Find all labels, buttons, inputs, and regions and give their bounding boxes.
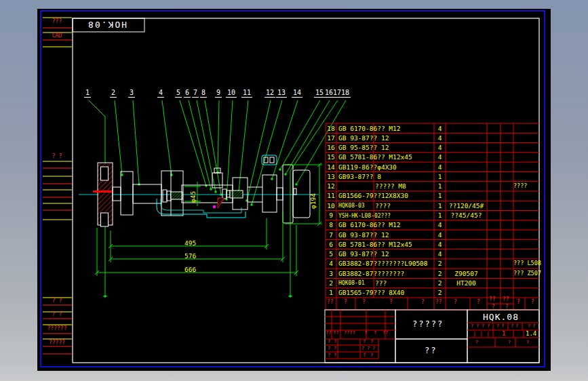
title-block-sub-title: ??: [425, 346, 437, 355]
part-callout-number: 4: [157, 89, 164, 98]
title-block-main-title: ?????: [412, 320, 444, 328]
cad-viewer-canvas: HOK.08 HQK.08 ????? ?? 1 1.4 ???CAD? ?? …: [0, 0, 588, 381]
bom-header-cell: ?: [505, 304, 509, 310]
revision-strip-label: ? ?: [42, 312, 72, 317]
title-block-cell: ??: [326, 331, 331, 336]
dimension-text: 576: [184, 253, 196, 260]
title-block-scale: 1.4: [526, 331, 536, 337]
bom-row-code: GB 5781-86?? M12x45: [338, 241, 412, 248]
bom-row-code: GB 95-85?? 12: [338, 144, 389, 151]
bom-row-no: 9: [326, 212, 336, 219]
bom-row-code: GB 93-87?? 12: [338, 251, 389, 258]
title-block-cell: ?: [363, 340, 366, 344]
drawing-sheet-graphics: [0, 0, 588, 381]
title-block-cell: ?: [508, 340, 511, 345]
title-block-cell: ?: [367, 346, 370, 351]
title-block-cell: ????: [344, 331, 355, 336]
title-block-cell: ?: [526, 340, 529, 345]
bom-row-qty: 4: [434, 125, 446, 132]
top-box-label: HOK.08: [87, 20, 127, 29]
bom-row-no: 17: [326, 135, 336, 142]
part-callout-number: 9: [215, 89, 222, 98]
diameter-dimension-text: φ194: [310, 193, 317, 209]
bom-row-material: HT200: [446, 280, 487, 287]
title-block-cell: ?: [363, 353, 366, 358]
part-callout-number: 5: [175, 89, 182, 98]
bom-row-code: YSH-HK-L08-02???: [338, 214, 391, 219]
revision-strip-label: ? ?: [42, 298, 72, 304]
bom-row-qty: 1: [434, 212, 446, 219]
bom-row-qty: 4: [434, 241, 446, 248]
bom-header-cell: ?: [389, 300, 393, 305]
part-callout-number: 11: [241, 89, 252, 98]
bom-header-cell: ??: [489, 297, 496, 302]
bom-header-cell: ?: [421, 300, 425, 305]
bom-header-cell: ?: [517, 300, 520, 305]
revision-strip-label: ???: [42, 19, 72, 24]
dimension-text: 666: [184, 266, 196, 273]
bom-row-name: ???: [375, 280, 387, 287]
bom-row-code: GB 6170-86?? M12: [338, 125, 401, 132]
title-block-cell: ?: [501, 324, 504, 329]
bom-row-qty: 4: [434, 251, 446, 258]
title-block-cell: ?: [515, 324, 518, 329]
bom-row-qty: 2: [434, 280, 446, 287]
bom-row-no: 14: [326, 164, 336, 171]
title-block-cell: ?: [487, 324, 490, 329]
bom-row-qty: 4: [434, 154, 446, 161]
title-block-cell: ?: [361, 346, 364, 351]
bom-row-no: 5: [326, 251, 336, 258]
title-block-cell: ?: [334, 346, 336, 351]
bom-row-material: Z90507: [446, 270, 487, 277]
title-block-cell: ??: [333, 331, 338, 336]
bom-row-code: GB3882-87????????: [338, 270, 404, 277]
bom-row-name: ????: [375, 203, 391, 209]
title-block-cell: ?: [374, 331, 376, 336]
diameter-dimension-text: φ45: [190, 191, 197, 203]
part-callout-number: 2: [110, 89, 117, 98]
title-block-cell: ?: [511, 324, 513, 329]
revision-strip-label: ? ?: [42, 154, 72, 159]
bom-row-no: 1: [326, 289, 336, 296]
bom-row-qty: 2: [434, 289, 446, 296]
bom-row-qty: 2: [434, 270, 446, 277]
part-callout-number: 8: [200, 89, 207, 98]
bom-row-no: 6: [326, 241, 336, 248]
bom-row-qty: 1: [434, 174, 446, 180]
bom-row-no: 15: [326, 154, 336, 161]
bom-header-cell: ??: [503, 297, 509, 302]
title-block-cell: ?: [496, 324, 499, 329]
title-block-cell: ?: [475, 340, 478, 345]
bom-header-cell: ??: [435, 300, 442, 305]
title-block-cell: ?: [364, 331, 367, 336]
title-block-cell: ?: [370, 353, 373, 358]
bom-row-no: 13: [326, 174, 336, 180]
bom-row-qty: 1: [434, 183, 446, 190]
bom-row-material: ??120/45#: [446, 203, 487, 209]
title-block-cell: ?: [334, 353, 336, 358]
bom-row-no: 4: [326, 260, 336, 267]
part-callout-number: 18: [340, 89, 351, 98]
revision-strip-label: ?????: [42, 340, 72, 346]
title-block-cell: ?: [328, 353, 330, 358]
bom-row-qty: 4: [434, 144, 446, 151]
part-callout-number: 6: [184, 89, 191, 98]
bom-row-code: HQK08-01: [338, 281, 365, 286]
dimension-text: 495: [184, 240, 196, 247]
part-callout-number: 10: [226, 89, 237, 98]
bom-row-code: GB93-87?? 8: [338, 174, 381, 180]
bom-row-remark: ??? Z507: [513, 270, 541, 277]
title-block-cell: ?: [532, 324, 535, 329]
part-callout-number: 1: [84, 89, 91, 98]
title-block-cell: ?: [328, 346, 330, 351]
bom-row-code: GB3882-87????????L90508: [338, 260, 428, 267]
bom-row-no: 7: [326, 232, 336, 239]
bom-row-remark: ??? L508: [513, 260, 541, 266]
bom-row-name: ????? M8: [375, 183, 406, 190]
title-block-cell: ?: [482, 324, 484, 329]
bom-row-code: HQK08-03: [338, 203, 365, 209]
bom-row-no: 12: [326, 183, 336, 190]
title-block-sheet-no: 1: [502, 331, 505, 337]
bom-row-code: GB1565-79??? 8X40: [338, 289, 404, 296]
bom-header-cell: ?: [531, 300, 534, 305]
